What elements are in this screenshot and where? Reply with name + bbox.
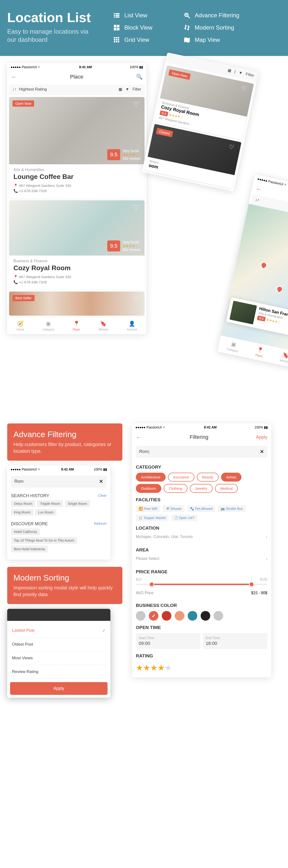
category-chip[interactable]: Clothing (164, 484, 187, 493)
view-option-map[interactable]: Map View (183, 36, 239, 44)
category-chip[interactable]: Outdoors (136, 484, 161, 493)
area-select[interactable]: Please Select› (132, 556, 271, 565)
apply-button[interactable]: Apply (256, 434, 267, 440)
favorite-icon[interactable]: ♡ (133, 295, 141, 303)
sort-option[interactable]: Most Views (10, 651, 107, 665)
chevron-right-icon: › (266, 556, 267, 561)
tab-account[interactable]: 👤Account (127, 321, 137, 331)
view-option-grid[interactable]: Grid View (113, 36, 169, 44)
view-option-block[interactable]: Block View (113, 24, 169, 32)
tab-wishlist[interactable]: 🔖Whislist (279, 351, 288, 364)
tab-wishlist[interactable]: 🔖Whislist (98, 321, 108, 331)
place-card[interactable]: Open Now ♡ 9.5 Very Good ★★★★☆ 592 revie… (9, 97, 145, 198)
map-area[interactable]: Hilton San Francisco Arts & Humanities 9… (221, 204, 288, 352)
back-button[interactable]: ← (136, 434, 142, 441)
facility-chip[interactable]: 🚌 Shuttle Bus (218, 505, 246, 512)
card-category: Arts & Humanities (13, 168, 140, 172)
location-select[interactable]: Michigan, Colorado, Utal, Toronto› (132, 534, 271, 543)
refresh-link[interactable]: Refresh (94, 521, 106, 526)
map-pin[interactable] (259, 261, 268, 270)
color-swatch[interactable] (214, 611, 223, 621)
category-chip[interactable]: Insurance (168, 473, 194, 482)
svg-rect-19 (118, 39, 119, 40)
facility-chip[interactable]: 📶 Free Wifi (136, 505, 160, 512)
view-option-sort[interactable]: Modern Sorting (183, 24, 239, 32)
history-chip[interactable]: King Room (11, 509, 33, 516)
category-chip[interactable]: Beauty (197, 473, 219, 482)
grid-icon (113, 36, 121, 44)
rating-score: 9.5 (107, 240, 121, 251)
slider-thumb-min[interactable] (149, 582, 154, 587)
color-swatch[interactable] (175, 611, 184, 621)
end-time-input[interactable]: End Time18:00 (203, 633, 267, 649)
history-chip[interactable]: Tripple Room (37, 500, 63, 507)
stars-icon: ★★★★☆ (123, 153, 141, 157)
view-option-list[interactable]: List View (113, 11, 169, 20)
search-icon[interactable]: 🔍 (136, 74, 142, 80)
favorite-icon[interactable]: ♡ (133, 100, 141, 108)
svg-rect-3 (116, 15, 119, 16)
facility-chip[interactable]: 🚿 Shower (162, 505, 185, 512)
tab-home[interactable]: 🧭Home (16, 321, 24, 331)
map-result-card[interactable]: Hilton San Francisco Arts & Humanities 9… (226, 297, 288, 337)
map-pin[interactable] (275, 285, 284, 293)
clear-icon[interactable]: ✕ (99, 478, 103, 485)
layout-toggle-icon[interactable]: ▦ (119, 87, 122, 92)
apply-button[interactable]: Apply (10, 682, 107, 695)
rating-stars[interactable]: ★★★★★ (132, 661, 271, 677)
search-input[interactable]: Rom ✕ (11, 475, 106, 488)
discover-chip[interactable]: Top 10 Things Must To Do In This Autum (11, 537, 77, 544)
back-button[interactable]: ← (11, 73, 17, 81)
price-slider[interactable] (136, 584, 267, 585)
sort-option[interactable]: Review Rating (10, 665, 107, 679)
color-swatch[interactable] (201, 611, 210, 621)
clear-icon[interactable]: ✕ (260, 448, 264, 455)
favorite-icon[interactable]: ♡ (228, 143, 237, 153)
clear-link[interactable]: Clear (98, 493, 106, 498)
hero-title: Location List (7, 10, 98, 25)
card-image: Open Now ♡ 9.5 Very Good ★★★★☆ 592 revie… (9, 97, 145, 164)
layout-icon[interactable]: ▦ (227, 68, 232, 73)
sort-icon[interactable]: ↓↑ (255, 197, 259, 202)
svg-rect-12 (114, 28, 117, 31)
history-chip[interactable]: Lux Room (35, 509, 56, 516)
discover-chip[interactable]: Best Hotel Indonesia (11, 546, 48, 552)
phone-block-view: ▦|▼Filter Open Now ♡ Business & Finance … (142, 52, 259, 191)
start-time-input[interactable]: Start Time09:00 (136, 633, 200, 649)
category-chip[interactable]: Architecture (136, 473, 166, 482)
list-icon (113, 11, 121, 19)
category-chip[interactable]: Medical (215, 484, 238, 493)
slider-thumb-max[interactable] (249, 582, 254, 587)
tab-category[interactable]: ▣Category (42, 321, 54, 331)
sort-dropdown[interactable]: ↓↑Hightest Rating (12, 87, 47, 92)
sort-option[interactable]: Oldest Post (10, 638, 107, 651)
history-chip[interactable]: Single Room (65, 500, 90, 507)
color-swatch[interactable] (162, 611, 171, 621)
svg-rect-16 (118, 37, 119, 38)
search-input[interactable]: Rom| ✕ (136, 446, 267, 458)
color-swatch[interactable] (149, 611, 158, 621)
status-badge: Open Now (168, 69, 191, 80)
tab-place[interactable]: 📍Place (255, 346, 264, 358)
category-chip[interactable]: Artists (221, 473, 242, 482)
facility-chip[interactable]: 🛒 Supper Market (136, 515, 169, 521)
tab-category[interactable]: ▣Category (227, 340, 240, 353)
discover-chip[interactable]: Hotel California (11, 528, 40, 535)
color-swatch[interactable] (136, 611, 146, 621)
view-option-advance-filter[interactable]: Advance Filtering (183, 11, 239, 20)
filter-button[interactable]: Filter (132, 87, 141, 92)
svg-rect-4 (114, 17, 115, 18)
facility-chip[interactable]: 🕐 Open 24/7 (171, 515, 197, 521)
sort-option[interactable]: Lastest Post✓ (10, 624, 107, 638)
place-card[interactable]: ♡ 9.5 Very Good ★★★★☆ 592 reviews Busine… (9, 200, 145, 290)
facility-chip[interactable]: 🐾 Pet Allowed (187, 505, 215, 512)
favorite-icon[interactable]: ♡ (133, 204, 141, 212)
svg-rect-15 (116, 37, 117, 38)
color-swatch[interactable] (188, 611, 197, 621)
favorite-icon[interactable]: ♡ (240, 85, 250, 94)
history-chip[interactable]: Delux Room (11, 500, 35, 507)
tab-place[interactable]: 📍Place (73, 321, 80, 331)
back-button[interactable]: ← (255, 185, 263, 194)
place-card[interactable]: Best Seller ♡ (9, 291, 145, 316)
category-chip[interactable]: Jewelry (190, 484, 213, 493)
